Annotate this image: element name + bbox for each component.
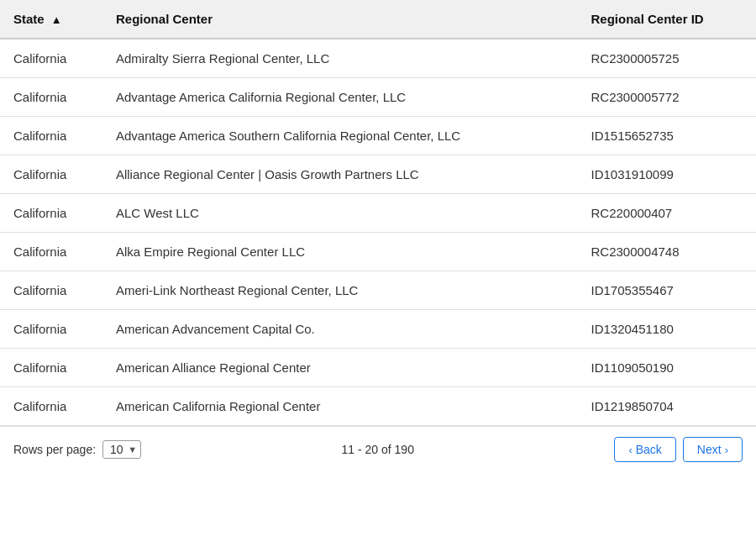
pagination-info: 11 - 20 of 190 <box>141 443 614 456</box>
cell-regional-center: Alliance Regional Center | Oasis Growth … <box>102 155 578 194</box>
chevron-left-icon: ‹ <box>628 444 632 456</box>
sort-arrow-icon: ▲ <box>51 13 62 26</box>
cell-state: California <box>0 194 102 233</box>
col-header-regional-center: Regional Center <box>102 0 578 39</box>
cell-regional-center: American California Regional Center <box>102 387 578 426</box>
table-footer: Rows per page: 5102550 ▼ 11 - 20 of 190 … <box>0 426 756 472</box>
rows-per-page-control: Rows per page: 5102550 ▼ <box>13 440 141 459</box>
table-row: CaliforniaALC West LLCRC220000407 <box>0 194 756 233</box>
next-button[interactable]: Next › <box>683 437 743 462</box>
cell-state: California <box>0 310 102 349</box>
cell-regional-center-id: RC2300005725 <box>577 39 756 78</box>
table-row: CaliforniaAdvantage America California R… <box>0 78 756 117</box>
back-label: Back <box>636 443 662 456</box>
col-header-state-label: State <box>13 12 45 26</box>
table-row: CaliforniaAmerican California Regional C… <box>0 387 756 426</box>
cell-regional-center-id: RC220000407 <box>577 194 756 233</box>
table-body: CaliforniaAdmiralty Sierra Regional Cent… <box>0 39 756 426</box>
pagination-nav: ‹ Back Next › <box>614 437 743 462</box>
rows-per-page-label: Rows per page: <box>13 443 96 456</box>
col-header-regional-center-id-label: Regional Center ID <box>591 12 703 26</box>
col-header-regional-center-label: Regional Center <box>116 12 213 26</box>
col-header-state[interactable]: State ▲ <box>0 0 102 39</box>
table-row: CaliforniaAdvantage America Southern Cal… <box>0 117 756 155</box>
cell-state: California <box>0 271 102 310</box>
cell-regional-center-id: ID1320451180 <box>577 310 756 349</box>
data-table: State ▲ Regional Center Regional Center … <box>0 0 756 426</box>
cell-regional-center-id: ID1109050190 <box>577 349 756 387</box>
cell-regional-center-id: ID1515652735 <box>577 117 756 155</box>
cell-state: California <box>0 78 102 117</box>
cell-regional-center: American Alliance Regional Center <box>102 349 578 387</box>
next-label: Next <box>697 443 722 456</box>
rows-per-page-select[interactable]: 5102550 <box>102 440 141 459</box>
table-header: State ▲ Regional Center Regional Center … <box>0 0 756 39</box>
table-row: CaliforniaAlka Empire Regional Center LL… <box>0 233 756 271</box>
cell-regional-center-id: RC2300005772 <box>577 78 756 117</box>
rows-per-page-select-wrapper[interactable]: 5102550 ▼ <box>102 440 141 459</box>
cell-state: California <box>0 233 102 271</box>
table-container: State ▲ Regional Center Regional Center … <box>0 0 756 472</box>
table-row: CaliforniaAmerican Advancement Capital C… <box>0 310 756 349</box>
cell-regional-center-id: RC2300004748 <box>577 233 756 271</box>
header-row: State ▲ Regional Center Regional Center … <box>0 0 756 39</box>
cell-state: California <box>0 155 102 194</box>
cell-regional-center-id: ID1031910099 <box>577 155 756 194</box>
cell-state: California <box>0 349 102 387</box>
pagination-range-text: 11 - 20 of 190 <box>342 443 414 456</box>
cell-regional-center: Advantage America California Regional Ce… <box>102 78 578 117</box>
table-row: CaliforniaAlliance Regional Center | Oas… <box>0 155 756 194</box>
col-header-regional-center-id: Regional Center ID <box>577 0 756 39</box>
cell-regional-center: Ameri-Link Northeast Regional Center, LL… <box>102 271 578 310</box>
cell-regional-center-id: ID1219850704 <box>577 387 756 426</box>
cell-state: California <box>0 39 102 78</box>
cell-state: California <box>0 387 102 426</box>
cell-regional-center-id: ID1705355467 <box>577 271 756 310</box>
cell-regional-center: ALC West LLC <box>102 194 578 233</box>
chevron-right-icon: › <box>725 444 728 456</box>
cell-regional-center: Alka Empire Regional Center LLC <box>102 233 578 271</box>
cell-regional-center: American Advancement Capital Co. <box>102 310 578 349</box>
cell-state: California <box>0 117 102 155</box>
table-row: CaliforniaAmeri-Link Northeast Regional … <box>0 271 756 310</box>
back-button[interactable]: ‹ Back <box>614 437 675 462</box>
table-row: CaliforniaAmerican Alliance Regional Cen… <box>0 349 756 387</box>
cell-regional-center: Advantage America Southern California Re… <box>102 117 578 155</box>
cell-regional-center: Admiralty Sierra Regional Center, LLC <box>102 39 578 78</box>
table-row: CaliforniaAdmiralty Sierra Regional Cent… <box>0 39 756 78</box>
